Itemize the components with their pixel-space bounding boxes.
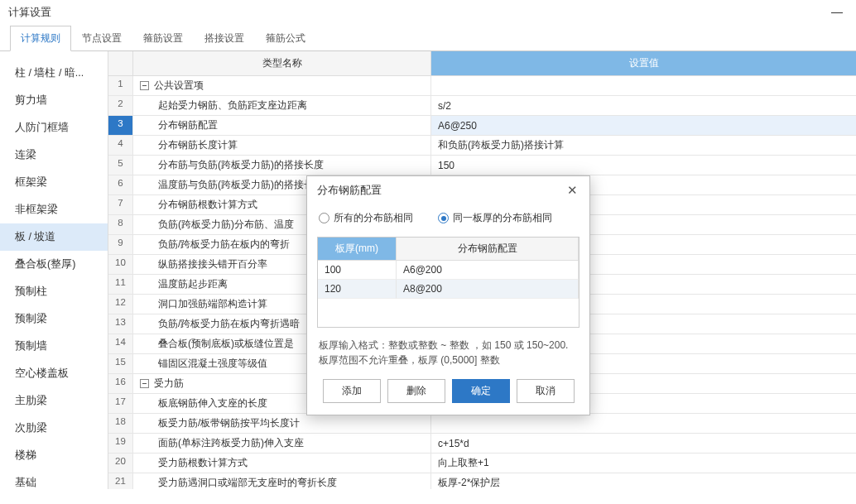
thickness-row[interactable]: 100A6@200 [318,261,579,280]
table-row[interactable]: 19面筋(单标注跨板受力筋)伸入支座c+15*d [108,434,856,454]
row-value[interactable]: s/2 [431,96,856,115]
row-value[interactable]: 150 [431,156,856,175]
close-icon[interactable]: ✕ [565,183,579,198]
header-name: 类型名称 [133,51,431,75]
sidebar-item[interactable]: 基础主梁 / 承... [0,497,108,504]
row-name: 面筋(单标注跨板受力筋)伸入支座 [133,434,431,453]
row-name: 分布钢筋配置 [133,116,431,135]
row-value[interactable]: 向上取整+1 [431,454,856,473]
row-index: 17 [108,394,133,413]
sidebar-item[interactable]: 叠合板(整厚) [0,251,108,278]
row-index: 1 [108,76,133,95]
thickness-cell[interactable]: 120 [318,280,397,299]
tab-strip: 计算规则节点设置箍筋设置搭接设置箍筋公式 [0,25,856,51]
config-cell[interactable]: A6@200 [397,261,579,280]
row-value[interactable]: c+15*d [431,434,856,453]
radio-label: 同一板厚的分布筋相同 [453,211,552,225]
row-index: 18 [108,414,133,433]
table-row[interactable]: 18板受力筋/板带钢筋按平均长度计 [108,414,856,434]
sidebar-item[interactable]: 基础 [0,469,108,497]
row-value[interactable] [431,76,856,95]
row-index: 14 [108,334,133,353]
tab-1[interactable]: 节点设置 [71,26,132,51]
row-index: 20 [108,454,133,473]
minimize-icon[interactable] [831,12,843,13]
sidebar-item[interactable]: 非框架梁 [0,196,108,223]
sidebar-item[interactable]: 楼梯 [0,442,108,469]
table-row[interactable]: 21受力筋遇洞口或端部无支座时的弯折长度板厚-2*保护层 [108,473,856,489]
header-index [108,51,133,75]
thickness-grid[interactable]: 板厚(mm) 分布钢筋配置 100A6@200120A8@200 [317,237,579,328]
row-index: 4 [108,136,133,155]
row-name: 分布筋与负筋(跨板受力筋)的搭接长度 [133,156,431,175]
sidebar-item[interactable]: 预制梁 [0,305,108,333]
collapse-icon[interactable] [140,81,149,90]
radio-all-same[interactable]: 所有的分布筋相同 [319,211,413,225]
radio-icon [319,213,329,223]
row-name: 公共设置项 [133,76,431,95]
col-config: 分布钢筋配置 [397,238,579,261]
thickness-cell[interactable]: 100 [318,261,397,280]
row-value[interactable]: A6@250 [431,116,856,135]
table-row[interactable]: 5分布筋与负筋(跨板受力筋)的搭接长度150 [108,156,856,175]
config-cell[interactable]: A8@200 [397,280,579,299]
cancel-button[interactable]: 取消 [517,379,575,403]
row-index: 12 [108,295,133,314]
row-index: 19 [108,434,133,453]
table-row[interactable]: 20受力筋根数计算方式向上取整+1 [108,454,856,473]
sidebar-item[interactable]: 人防门框墙 [0,114,108,142]
row-index: 15 [108,354,133,373]
sidebar-item[interactable]: 主肋梁 [0,387,108,415]
radio-group: 所有的分布筋相同 同一板厚的分布筋相同 [307,204,589,233]
table-row[interactable]: 2起始受力钢筋、负筋距支座边距离s/2 [108,96,856,116]
radio-same-thickness[interactable]: 同一板厚的分布筋相同 [438,211,552,225]
row-value[interactable]: 和负筋(跨板受力筋)搭接计算 [431,136,856,155]
row-index: 7 [108,195,133,214]
row-index: 16 [108,374,133,393]
tab-2[interactable]: 箍筋设置 [132,26,194,51]
title-bar: 计算设置 [0,0,856,25]
row-value[interactable] [431,414,856,433]
sidebar-item[interactable]: 次肋梁 [0,415,108,442]
row-name: 板受力筋/板带钢筋按平均长度计 [133,414,431,433]
dialog-title-bar: 分布钢筋配置 ✕ [307,176,589,204]
sidebar-item[interactable]: 空心楼盖板 [0,360,108,387]
collapse-icon[interactable] [140,379,149,388]
hint-text: 板厚输入格式：整数或整数 ~ 整数 ，如 150 或 150~200. 板厚范围… [307,331,589,371]
add-button[interactable]: 添加 [323,379,381,403]
thickness-row[interactable]: 120A8@200 [318,280,579,299]
row-name: 受力筋遇洞口或端部无支座时的弯折长度 [133,473,431,489]
row-index: 5 [108,156,133,175]
ok-button[interactable]: 确定 [452,379,510,403]
row-index: 13 [108,314,133,334]
grid-header: 类型名称 设置值 [108,51,856,76]
tab-3[interactable]: 搭接设置 [194,26,255,51]
delete-button[interactable]: 删除 [387,379,445,403]
row-index: 8 [108,215,133,234]
row-index: 3 [108,116,133,135]
dialog-title: 分布钢筋配置 [317,183,382,198]
dialog-buttons: 添加 删除 确定 取消 [307,371,589,415]
sidebar-item[interactable]: 预制墙 [0,333,108,360]
sidebar-item[interactable]: 连梁 [0,142,108,169]
row-index: 21 [108,473,133,489]
row-index: 6 [108,175,133,194]
sidebar-item[interactable]: 预制柱 [0,278,108,305]
table-row[interactable]: 1公共设置项 [108,76,856,96]
row-value[interactable]: 板厚-2*保护层 [431,473,856,489]
tab-4[interactable]: 箍筋公式 [255,26,316,51]
sidebar-item[interactable]: 板 / 坡道 [0,223,108,251]
row-name: 受力筋根数计算方式 [133,454,431,473]
table-row[interactable]: 3分布钢筋配置A6@250 [108,116,856,136]
col-thickness: 板厚(mm) [318,238,397,261]
header-value: 设置值 [431,51,856,75]
window-title: 计算设置 [8,5,51,20]
distribution-rebar-dialog: 分布钢筋配置 ✕ 所有的分布筋相同 同一板厚的分布筋相同 板厚(mm) 分布钢筋… [306,175,590,415]
row-name: 分布钢筋长度计算 [133,136,431,155]
sidebar-item[interactable]: 框架梁 [0,169,108,196]
tab-0[interactable]: 计算规则 [10,26,71,51]
row-index: 2 [108,96,133,115]
sidebar-item[interactable]: 剪力墙 [0,87,108,114]
sidebar-item[interactable]: 柱 / 墙柱 / 暗... [0,60,108,87]
table-row[interactable]: 4分布钢筋长度计算和负筋(跨板受力筋)搭接计算 [108,136,856,156]
